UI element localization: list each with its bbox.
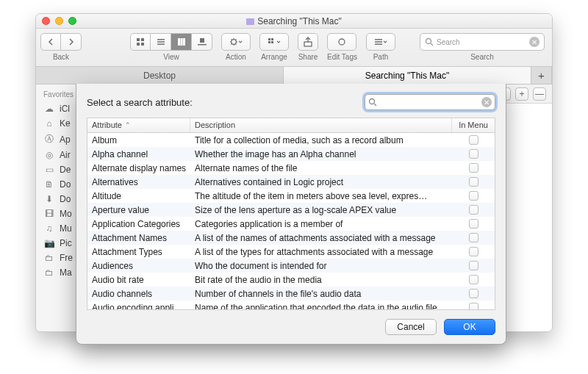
download-icon: ⬇︎	[43, 194, 55, 204]
attr-desc: A list of the types for attachments asso…	[190, 245, 452, 259]
attr-inmenu	[452, 231, 495, 245]
attr-name: Attachment Names	[87, 231, 190, 245]
view-icon-button[interactable]	[130, 33, 151, 51]
attr-desc: The altitude of the item in meters above…	[190, 189, 452, 203]
toolbar: Back View Action Arrange Share Edit T	[36, 29, 552, 67]
attr-name: Alternate display names	[87, 161, 190, 175]
table-row[interactable]: AlbumTitle for a collection of media, su…	[87, 133, 495, 147]
table-row[interactable]: Audio channelsNumber of channels in the …	[87, 287, 495, 301]
clear-search-icon[interactable]: ✕	[481, 97, 492, 107]
search-label: Search	[470, 53, 494, 61]
col-description-header[interactable]: Description	[190, 118, 452, 132]
table-row[interactable]: Audio bit rateBit rate of the audio in t…	[87, 273, 495, 287]
svg-rect-0	[137, 38, 140, 41]
table-row[interactable]: Attachment NamesA list of the names of a…	[87, 231, 495, 245]
attr-name: Audio channels	[87, 287, 190, 301]
svg-rect-5	[157, 41, 165, 43]
back-label: Back	[53, 53, 69, 61]
table-row[interactable]: Alpha channelWhether the image has an Al…	[87, 147, 495, 161]
view-coverflow-button[interactable]	[192, 33, 212, 51]
attr-inmenu	[452, 259, 495, 273]
attr-desc: Title for a collection of media, such as…	[190, 133, 452, 147]
attr-inmenu	[452, 162, 495, 175]
sidebar-item-label: Ke	[60, 118, 71, 129]
sidebar-item-label: Mu	[60, 223, 72, 234]
add-rule-button[interactable]: +	[515, 87, 528, 101]
edit-tags-button[interactable]	[327, 33, 356, 51]
back-button[interactable]	[40, 33, 61, 51]
inmenu-checkbox[interactable]	[469, 261, 478, 270]
attribute-table: Attribute⌃ Description In Menu AlbumTitl…	[87, 118, 495, 310]
table-row[interactable]: Aperture valueSize of the lens aperture …	[87, 203, 495, 217]
path-button[interactable]	[366, 33, 395, 51]
inmenu-checkbox[interactable]	[469, 233, 478, 242]
sidebar-item-label: iCl	[60, 104, 70, 114]
inmenu-checkbox[interactable]	[469, 303, 478, 309]
svg-point-22	[426, 39, 431, 44]
inmenu-checkbox[interactable]	[469, 289, 478, 298]
attr-inmenu	[452, 217, 495, 231]
view-group: View	[130, 33, 212, 61]
tab-searching-this-mac[interactable]: Searching "This Mac"	[284, 67, 531, 84]
attr-inmenu	[452, 134, 495, 147]
table-row[interactable]: AltitudeThe altitude of the item in mete…	[87, 189, 495, 203]
tab-desktop[interactable]: Desktop	[36, 67, 284, 84]
view-column-button[interactable]	[171, 33, 192, 51]
remove-rule-button[interactable]: —	[533, 87, 546, 101]
path-label: Path	[373, 53, 389, 61]
svg-rect-2	[137, 43, 140, 46]
minimize-window-button[interactable]	[55, 17, 63, 25]
inmenu-checkbox[interactable]	[469, 275, 478, 284]
inmenu-checkbox[interactable]	[469, 177, 478, 187]
svg-rect-9	[183, 38, 185, 46]
toolbar-search-input[interactable]: Search ✕	[420, 33, 545, 51]
cloud-icon: ☁︎	[43, 104, 55, 114]
action-group: Action	[221, 33, 251, 61]
attr-name: Altitude	[87, 189, 190, 203]
close-window-button[interactable]	[42, 17, 50, 25]
attr-inmenu	[452, 245, 495, 259]
attr-inmenu	[452, 148, 495, 161]
arrange-button[interactable]	[259, 33, 289, 51]
inmenu-checkbox[interactable]	[469, 163, 478, 173]
table-row[interactable]: Attachment TypesA list of the types for …	[87, 245, 495, 259]
inmenu-checkbox[interactable]	[469, 219, 478, 229]
attr-name: Audiences	[87, 259, 190, 273]
table-body: AlbumTitle for a collection of media, su…	[87, 133, 495, 309]
share-label: Share	[298, 53, 318, 61]
svg-rect-4	[157, 39, 165, 40]
attribute-sheet: Select a search attribute: ✕ Attribute⌃ …	[76, 84, 506, 345]
key-icon: ⌂	[43, 118, 55, 129]
cancel-button[interactable]: Cancel	[385, 319, 437, 335]
table-row[interactable]: Audio encoding appli…Name of the applica…	[87, 301, 495, 309]
titlebar: Searching "This Mac"	[36, 14, 552, 29]
sidebar-item-label: Pic	[60, 238, 72, 248]
share-button[interactable]	[298, 33, 318, 51]
table-row[interactable]: AudiencesWho the document is intended fo…	[87, 259, 495, 273]
inmenu-checkbox[interactable]	[469, 149, 478, 159]
action-button[interactable]	[221, 33, 251, 51]
inmenu-checkbox[interactable]	[469, 135, 478, 145]
view-list-button[interactable]	[151, 33, 171, 51]
apps-icon: Ⓐ	[43, 133, 55, 145]
forward-button[interactable]	[61, 33, 82, 51]
sheet-search-input[interactable]: ✕	[365, 94, 495, 110]
table-row[interactable]: AlternativesAlternatives contained in Lo…	[87, 175, 495, 189]
inmenu-checkbox[interactable]	[469, 247, 478, 256]
table-row[interactable]: Alternate display namesAlternate names o…	[87, 161, 495, 175]
inmenu-checkbox[interactable]	[469, 205, 478, 215]
tab-add-button[interactable]: +	[531, 67, 552, 84]
svg-rect-11	[198, 44, 207, 46]
ok-button[interactable]: OK	[444, 319, 495, 335]
table-row[interactable]: Application CategoriesCategories applica…	[87, 217, 495, 231]
col-attribute-header[interactable]: Attribute⌃	[87, 118, 190, 132]
clear-search-icon[interactable]: ✕	[529, 37, 539, 47]
svg-rect-6	[157, 43, 165, 45]
back-forward-group: Back	[40, 33, 82, 61]
zoom-window-button[interactable]	[68, 17, 76, 25]
attr-desc: Whether the image has an Alpha channel	[190, 147, 452, 161]
traffic-lights	[42, 17, 76, 25]
inmenu-checkbox[interactable]	[469, 191, 478, 201]
attr-name: Alpha channel	[87, 147, 190, 161]
col-inmenu-header[interactable]: In Menu	[452, 118, 495, 132]
